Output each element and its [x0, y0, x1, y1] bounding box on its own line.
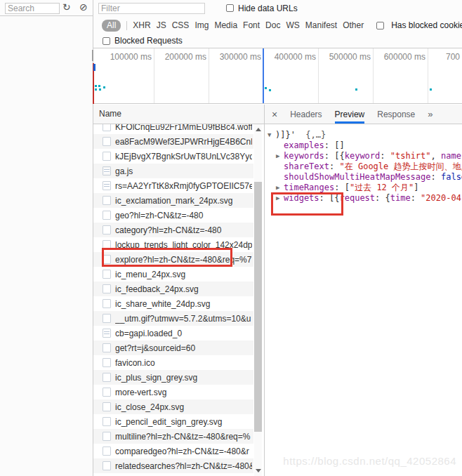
- filter-font[interactable]: Font: [243, 20, 260, 30]
- timeline-tick-label: 100000 ms: [100, 52, 152, 62]
- filter-js[interactable]: JS: [157, 20, 166, 30]
- scrollbar-thumb[interactable]: [254, 182, 262, 432]
- table-row[interactable]: geo?hl=zh-CN&tz=-480: [93, 208, 253, 223]
- table-row[interactable]: ea8FacM9Wef3EJPWRrHjgE4B6CnlZx: [93, 134, 253, 149]
- refresh-icon[interactable]: ↻: [62, 1, 71, 13]
- timeline-overview[interactable]: 100000 ms200000 ms300000 ms400000 ms5000…: [93, 48, 462, 104]
- file-icon: [103, 402, 111, 411]
- request-name: rs=AA2YrTtK8xRmj0fyGPTOEIIC57ejY: [115, 181, 252, 191]
- request-list: KFOlCnqEu92Fr1MmEU9fBBc4.woff2ea8FacM9We…: [93, 124, 253, 476]
- table-row[interactable]: multiline?hl=zh-CN&tz=-480&req=%: [93, 429, 253, 444]
- disclosure-right-icon[interactable]: ▶: [276, 183, 284, 193]
- list-scrollbar[interactable]: [254, 124, 262, 476]
- json-segment: request: [339, 193, 375, 203]
- json-segment: time: [390, 193, 411, 203]
- json-segment: shareText: [284, 161, 329, 171]
- table-row[interactable]: ic_close_24px.svg: [93, 399, 253, 414]
- table-row[interactable]: comparedgeo?hl=zh-CN&tz=-480&r: [93, 444, 253, 458]
- json-tree-line: ▼)]}' {,…}: [268, 130, 326, 140]
- detail-tabs: HeadersPreviewResponse: [284, 105, 421, 124]
- json-segment: :: [329, 161, 339, 171]
- has-blocked-cookies-checkbox[interactable]: [376, 22, 384, 29]
- disclosure-down-icon[interactable]: ▼: [268, 130, 275, 140]
- filter-xhr[interactable]: XHR: [133, 20, 150, 30]
- table-row[interactable]: __utm.gif?utmwv=5.7.2&utms=10&u: [93, 311, 253, 326]
- request-name: __utm.gif?utmwv=5.7.2&utms=10&u: [115, 314, 252, 324]
- table-row[interactable]: ic_share_white_24dp.svg: [93, 296, 253, 311]
- table-row[interactable]: ic_exclamation_mark_24px.svg: [93, 193, 253, 208]
- resource-type-filter-row: AllXHRJSCSSImgMediaFontDocWSManifestOthe…: [102, 18, 462, 32]
- disclosure-right-icon[interactable]: ▶: [276, 151, 284, 161]
- json-segment: :: [380, 151, 390, 161]
- table-row[interactable]: kJEjBvgX7BgnkSrUwT8UnLVc38Yydej: [93, 149, 253, 164]
- file-icon: [103, 314, 111, 323]
- filter-img[interactable]: Img: [194, 20, 209, 30]
- file-icon: [103, 240, 111, 249]
- timeline-gridline: [318, 48, 319, 104]
- tab-response[interactable]: Response: [377, 105, 415, 124]
- preview-panel: ▼)]}' {,…}examples: []▶keywords: [{keywo…: [265, 124, 462, 476]
- table-row[interactable]: ga.js: [93, 164, 253, 178]
- scroll-up-icon[interactable]: [254, 124, 262, 135]
- search-input[interactable]: [5, 3, 60, 14]
- table-row[interactable]: cb=gapi.loaded_0: [93, 326, 253, 341]
- table-row[interactable]: ic_menu_24px.svg: [93, 267, 253, 282]
- file-icon: [103, 225, 111, 234]
- json-segment: keyword: [345, 151, 381, 161]
- hide-data-urls-label: Hide data URLs: [238, 4, 298, 13]
- close-icon[interactable]: ×: [272, 110, 277, 119]
- activity-dot: [430, 88, 432, 91]
- table-row[interactable]: category?hl=zh-CN&tz=-480: [93, 223, 253, 237]
- file-icon: [103, 152, 111, 161]
- scroll-down-icon[interactable]: [254, 465, 262, 476]
- request-name: ic_menu_24px.svg: [115, 270, 252, 279]
- file-icon: [103, 270, 111, 279]
- request-name: ic_pencil_edit_sign_grey.svg: [115, 417, 252, 427]
- timeline-tick-label: 600000 ms: [374, 52, 425, 62]
- overflow-tabs-icon[interactable]: »: [428, 109, 433, 119]
- filter-doc[interactable]: Doc: [265, 20, 280, 30]
- clear-icon[interactable]: ⊘: [79, 1, 88, 13]
- tab-headers[interactable]: Headers: [290, 105, 322, 124]
- table-row[interactable]: favicon.ico: [93, 355, 253, 370]
- table-row[interactable]: [93, 473, 253, 476]
- filter-css[interactable]: CSS: [172, 20, 190, 30]
- hide-data-urls-checkbox[interactable]: [226, 4, 234, 12]
- file-icon: [103, 137, 111, 146]
- name-column-header[interactable]: Name: [93, 105, 264, 124]
- table-row[interactable]: ic_plus_sign_grey.svg: [93, 370, 253, 385]
- tab-preview[interactable]: Preview: [335, 105, 365, 124]
- timeline-gridline: [428, 48, 428, 104]
- table-row[interactable]: ic_feedback_24px.svg: [93, 282, 253, 296]
- filter-media[interactable]: Media: [214, 20, 237, 30]
- table-row[interactable]: lockup_trends_light_color_142x24dp..: [93, 237, 253, 252]
- filter-all[interactable]: All: [102, 20, 121, 32]
- table-row[interactable]: relatedsearches?hl=zh-CN&tz=-480&: [93, 458, 253, 473]
- json-segment: timeRanges: [284, 183, 334, 192]
- name-column-label: Name: [99, 109, 121, 119]
- json-segment: "2020-04-19: [421, 193, 462, 203]
- request-name: kJEjBvgX7BgnkSrUwT8UnLVc38Yydej: [115, 152, 252, 161]
- table-row[interactable]: rs=AA2YrTtK8xRmj0fyGPTOEIIC57ejY: [93, 178, 253, 193]
- filter-other[interactable]: Other: [343, 20, 364, 30]
- filter-ws[interactable]: WS: [286, 20, 299, 30]
- table-row[interactable]: get?rt=j&sourceid=60: [93, 341, 253, 355]
- file-icon: [103, 196, 111, 205]
- blocked-requests-checkbox[interactable]: [103, 37, 110, 45]
- filter-manifest[interactable]: Manifest: [305, 20, 337, 30]
- disclosure-right-icon[interactable]: ▶: [276, 193, 284, 204]
- table-row[interactable]: KFOlCnqEu92Fr1MmEU9fBBc4.woff2: [93, 124, 253, 134]
- file-icon: [103, 417, 111, 426]
- file-icon: [103, 358, 111, 367]
- table-row[interactable]: ic_pencil_edit_sign_grey.svg: [93, 414, 253, 429]
- table-row[interactable]: more-vert.svg: [93, 385, 253, 399]
- file-icon: [103, 124, 111, 131]
- table-row[interactable]: explore?hl=zh-CN&tz=-480&req=%7: [93, 252, 253, 267]
- json-segment: ]: [414, 183, 418, 192]
- json-segment: :: [431, 172, 441, 182]
- filter-input[interactable]: [98, 3, 205, 14]
- request-name: favicon.ico: [115, 358, 252, 368]
- json-segment: :: [411, 193, 421, 203]
- timeline-gridline: [209, 48, 209, 104]
- timeline-tick-label: 300000 ms: [210, 52, 261, 62]
